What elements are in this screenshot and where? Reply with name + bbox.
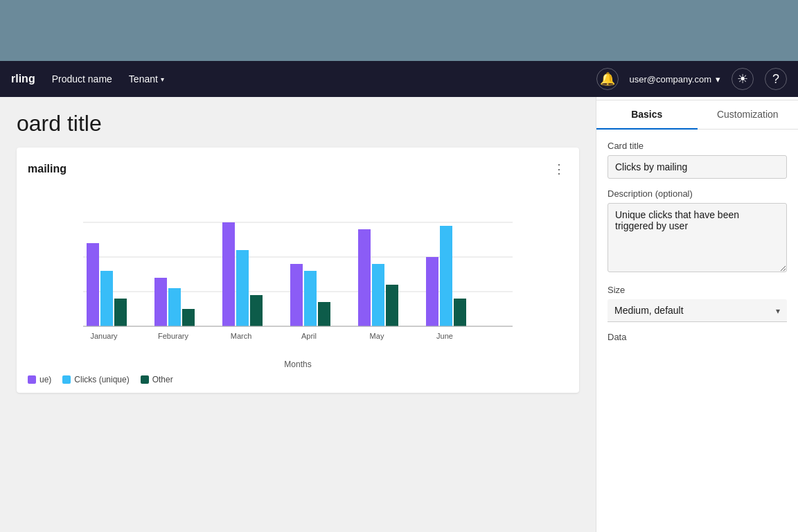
panel-content: Card title Description (optional) Unique…: [596, 130, 798, 532]
svg-text:June: June: [436, 332, 453, 340]
svg-rect-13: [290, 264, 303, 326]
legend-item-purple: ue): [28, 375, 51, 384]
theme-toggle-icon[interactable]: ☀: [732, 68, 754, 90]
svg-text:January: January: [90, 332, 118, 340]
notification-icon[interactable]: 🔔: [596, 68, 619, 90]
help-icon[interactable]: ?: [765, 68, 787, 90]
legend-color-green: [141, 375, 149, 384]
user-menu[interactable]: user@company.com ▾: [630, 74, 720, 85]
data-section-label: Data: [608, 332, 787, 342]
svg-text:May: May: [370, 332, 384, 340]
svg-rect-11: [236, 250, 249, 326]
chart-legend: ue) Clicks (unique) Other: [28, 375, 568, 384]
svg-rect-9: [182, 309, 195, 326]
svg-text:April: April: [301, 332, 317, 340]
legend-item-blue: Clicks (unique): [62, 375, 129, 384]
nav-product-name: Product name: [52, 73, 112, 85]
description-label: Description (optional): [608, 188, 787, 199]
chart-card: mailing ⋮: [17, 148, 579, 393]
description-textarea[interactable]: Unique clicks that have been triggered b…: [608, 203, 787, 272]
chart-card-header: mailing ⋮: [28, 159, 568, 179]
board-title: oard title: [0, 97, 596, 148]
nav-icons: 🔔 user@company.com ▾ ☀ ?: [596, 68, 787, 90]
legend-label-blue: Clicks (unique): [74, 375, 129, 384]
svg-rect-16: [358, 229, 371, 326]
svg-text:March: March: [231, 332, 252, 340]
nav-brand: rling: [11, 73, 35, 85]
right-panel: Return to gallery Basics Customization C…: [596, 61, 798, 532]
svg-rect-14: [304, 271, 317, 326]
legend-item-green: Other: [141, 375, 173, 384]
legend-label-purple: ue): [39, 375, 51, 384]
legend-color-blue: [62, 375, 71, 384]
svg-rect-10: [222, 222, 235, 326]
svg-rect-18: [386, 285, 398, 326]
main-content: oard title mailing ⋮: [0, 97, 596, 532]
tab-customization[interactable]: Customization: [698, 100, 799, 130]
svg-rect-7: [154, 278, 167, 326]
bar-chart: January Feburary March April May June: [28, 188, 568, 354]
svg-rect-21: [454, 299, 466, 326]
user-email: user@company.com: [630, 74, 711, 85]
tenant-label: Tenant: [129, 73, 158, 85]
svg-rect-12: [250, 295, 263, 326]
size-select[interactable]: Small Medium, default Large: [608, 299, 787, 322]
svg-text:Feburary: Feburary: [158, 332, 189, 340]
chart-container: January Feburary March April May June Mo…: [28, 188, 568, 382]
svg-rect-6: [114, 299, 127, 326]
svg-rect-20: [440, 226, 452, 326]
card-title-input[interactable]: [608, 155, 787, 179]
size-label: Size: [608, 285, 787, 295]
svg-rect-19: [426, 257, 438, 326]
user-chevron-icon: ▾: [716, 74, 720, 85]
tab-basics[interactable]: Basics: [596, 100, 698, 130]
panel-tabs: Basics Customization: [596, 100, 798, 130]
legend-color-purple: [28, 375, 36, 384]
svg-rect-5: [100, 271, 113, 326]
size-select-wrapper: Small Medium, default Large ▾: [608, 299, 787, 322]
svg-rect-15: [318, 302, 330, 326]
legend-label-other: Other: [152, 375, 173, 384]
navbar: rling Product name Tenant ▾ 🔔 user@compa…: [0, 61, 798, 97]
svg-rect-4: [87, 243, 99, 326]
card-title-label: Card title: [608, 141, 787, 151]
svg-rect-17: [372, 264, 384, 326]
svg-rect-8: [168, 288, 181, 326]
chart-x-axis-label: Months: [28, 360, 568, 369]
nav-tenant[interactable]: Tenant ▾: [129, 73, 164, 85]
chart-menu-button[interactable]: ⋮: [550, 159, 568, 179]
chart-card-title: mailing: [28, 163, 66, 175]
tenant-chevron-icon: ▾: [161, 76, 164, 83]
